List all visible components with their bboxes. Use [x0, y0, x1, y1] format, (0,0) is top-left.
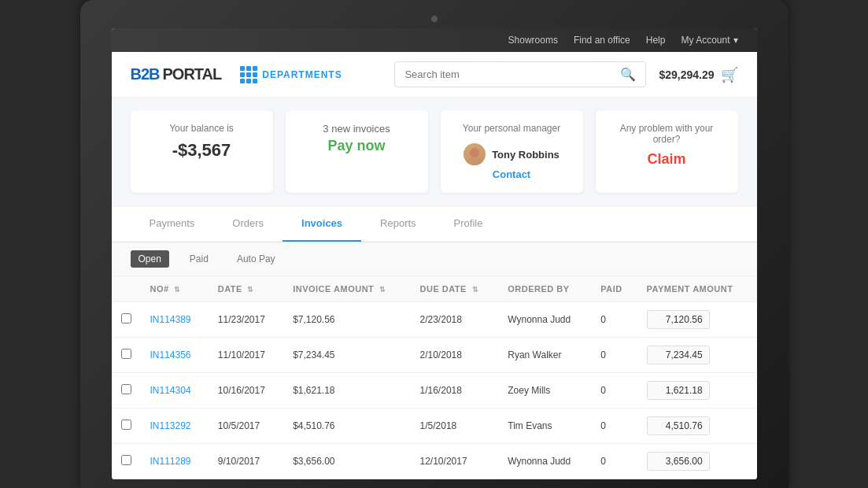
balance-amount: -$3,567 [143, 140, 260, 161]
invoice-paid: 0 [591, 373, 637, 409]
invoices-count: 3 new invoices [298, 123, 416, 135]
col-date[interactable]: DATE ⇅ [209, 276, 283, 302]
nav-account[interactable]: My Account ▾ [681, 35, 737, 46]
invoice-id: IN114356 [141, 338, 209, 373]
payment-amount-input[interactable] [647, 310, 710, 329]
tab-reports[interactable]: Reports [361, 206, 435, 242]
col-due-date[interactable]: DUE DATE ⇅ [411, 276, 499, 302]
row-checkbox-cell [112, 338, 141, 373]
invoice-due-date: 1/5/2018 [411, 409, 499, 444]
invoice-amount: $7,234.45 [283, 338, 410, 373]
sort-icon: ⇅ [379, 286, 386, 294]
invoice-amount: $4,510.76 [283, 409, 410, 444]
row-checkbox-cell [112, 302, 141, 338]
col-payment-amount: PAYMENT AMOUNT [637, 276, 757, 302]
top-nav: Showrooms Find an office Help My Account… [112, 28, 757, 52]
tab-profile[interactable]: Profile [435, 206, 502, 242]
invoice-paid: 0 [591, 302, 637, 338]
invoice-date: 10/5/2017 [209, 409, 283, 444]
invoice-paid: 0 [591, 409, 637, 444]
balance-card: Your balance is -$3,567 [131, 110, 273, 193]
row-checkbox[interactable] [121, 384, 131, 394]
invoice-amount: $7,120.56 [283, 302, 410, 338]
cart-area: $29,294.29 🛒 [659, 66, 737, 83]
table-row: IN114389 11/23/2017 $7,120.56 2/23/2018 … [112, 302, 757, 338]
search-bar: 🔍 [394, 61, 646, 87]
payment-amount-input[interactable] [647, 416, 710, 435]
subtabs-row: Open Paid Auto Pay [112, 242, 757, 276]
invoice-ordered-by: Zoey Mills [498, 373, 591, 409]
main-header: B2B PORTAL DEPARTMENTS 🔍 $29,294. [112, 52, 757, 98]
invoice-paid: 0 [591, 444, 637, 479]
laptop-frame: Showrooms Find an office Help My Account… [80, 0, 789, 488]
camera [431, 16, 438, 22]
logo-portal: PORTAL [163, 65, 222, 83]
tab-payments[interactable]: Payments [131, 206, 214, 242]
table-row: IN113292 10/5/2017 $4,510.76 1/5/2018 Ti… [112, 409, 757, 444]
payment-amount-input[interactable] [647, 346, 710, 364]
row-checkbox-cell [112, 373, 141, 409]
nav-find-office[interactable]: Find an office [574, 35, 630, 46]
invoice-ordered-by: Wynonna Judd [498, 444, 591, 479]
subtab-autopay[interactable]: Auto Pay [229, 250, 283, 268]
invoice-payment-amount [637, 302, 757, 338]
invoice-date: 10/16/2017 [209, 373, 283, 409]
invoice-payment-amount [637, 444, 757, 479]
tabs-row: Payments Orders Invoices Reports Profile [112, 206, 757, 242]
nav-help[interactable]: Help [646, 35, 666, 46]
invoice-id: IN113292 [141, 409, 209, 444]
invoices-table: NO# ⇅ DATE ⇅ INVOICE AMOUNT ⇅ [112, 276, 757, 479]
col-no[interactable]: NO# ⇅ [141, 276, 209, 302]
tab-invoices[interactable]: Invoices [283, 206, 361, 242]
table-row: IN114304 10/16/2017 $1,621.18 1/16/2018 … [112, 373, 757, 409]
nav-showrooms[interactable]: Showrooms [508, 35, 558, 46]
invoice-link[interactable]: IN114389 [150, 314, 191, 325]
grid-icon [240, 66, 257, 83]
departments-button[interactable]: DEPARTMENTS [240, 66, 342, 83]
search-input[interactable] [404, 68, 614, 80]
screen: Showrooms Find an office Help My Account… [112, 28, 757, 479]
cart-icon[interactable]: 🛒 [721, 66, 738, 83]
col-invoice-amount[interactable]: INVOICE AMOUNT ⇅ [283, 276, 410, 302]
logo: B2B PORTAL [131, 65, 222, 83]
payment-amount-input[interactable] [647, 381, 710, 400]
invoice-amount: $3,656.00 [283, 444, 410, 479]
invoice-amount: $1,621.18 [283, 373, 410, 409]
payment-amount-input[interactable] [647, 452, 710, 471]
invoice-ordered-by: Wynonna Judd [498, 302, 591, 338]
info-cards-row: Your balance is -$3,567 3 new invoices P… [112, 98, 757, 206]
row-checkbox[interactable] [121, 420, 131, 430]
pay-now-button[interactable]: Pay now [298, 138, 416, 154]
invoice-paid: 0 [591, 338, 637, 373]
invoice-due-date: 2/10/2018 [411, 338, 499, 373]
row-checkbox-cell [112, 444, 141, 479]
row-checkbox[interactable] [121, 313, 131, 323]
row-checkbox[interactable] [121, 349, 131, 359]
claim-subtitle: Any problem with your order? [608, 123, 726, 145]
invoice-date: 9/10/2017 [209, 444, 283, 479]
chevron-down-icon: ▾ [733, 35, 738, 46]
invoice-payment-amount [637, 409, 757, 444]
table-row: IN114356 11/10/2017 $7,234.45 2/10/2018 … [112, 338, 757, 373]
subtab-paid[interactable]: Paid [182, 250, 216, 268]
tab-orders[interactable]: Orders [213, 206, 283, 242]
sort-icon: ⇅ [174, 286, 181, 294]
invoice-due-date: 1/16/2018 [411, 373, 499, 409]
invoice-id: IN111289 [141, 444, 209, 479]
invoice-link[interactable]: IN113292 [150, 420, 191, 431]
avatar [464, 143, 486, 165]
table-row: IN111289 9/10/2017 $3,656.00 12/10/2017 … [112, 444, 757, 479]
subtab-open[interactable]: Open [131, 250, 169, 268]
invoice-link[interactable]: IN111289 [150, 456, 191, 467]
contact-button[interactable]: Contact [493, 168, 530, 180]
logo-b2b: B2B [131, 65, 160, 83]
claim-button[interactable]: Claim [608, 151, 726, 168]
invoice-link[interactable]: IN114356 [150, 349, 191, 360]
claim-card: Any problem with your order? Claim [596, 110, 738, 193]
invoices-card: 3 new invoices Pay now [286, 110, 428, 193]
invoice-link[interactable]: IN114304 [150, 385, 191, 396]
search-icon[interactable]: 🔍 [620, 67, 636, 82]
row-checkbox[interactable] [121, 455, 131, 465]
invoice-ordered-by: Tim Evans [498, 409, 591, 444]
manager-subtitle: Your personal manager [463, 123, 560, 134]
